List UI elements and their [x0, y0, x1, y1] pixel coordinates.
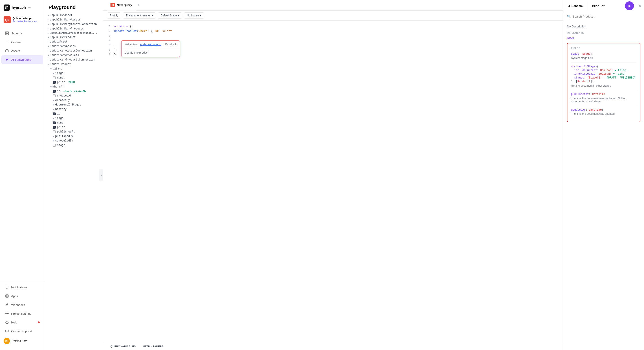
- help-label: Help: [11, 321, 17, 324]
- list-item[interactable]: price: [45, 125, 103, 130]
- api-icon: [5, 58, 9, 62]
- app-logo: hygraph ···: [0, 0, 45, 15]
- list-item[interactable]: ▶createdBy: [45, 98, 103, 103]
- tab-new-query[interactable]: M New Query: [107, 0, 136, 10]
- field-desc: The time the document was published. Nul…: [571, 97, 636, 103]
- list-item[interactable]: ▶publishedBy: [45, 134, 103, 138]
- tab-add-button[interactable]: +: [136, 0, 142, 10]
- run-query-button[interactable]: [625, 1, 634, 10]
- tab-query-variables[interactable]: QUERY VARIABLES: [107, 342, 140, 350]
- prettify-button[interactable]: Prettify: [107, 12, 121, 19]
- svg-rect-7: [6, 295, 7, 296]
- sidebar-item-assets[interactable]: Assets: [1, 47, 43, 55]
- list-item[interactable]: ▶unpublishManyProducts: [45, 27, 103, 31]
- grid-icon: [5, 294, 9, 298]
- autocomplete-item-1[interactable]: Mutation.updateProduct: Product: [122, 41, 180, 49]
- field-desc: System stage field: [571, 57, 636, 60]
- autocomplete-item-2[interactable]: Update one product: [122, 49, 180, 57]
- sidebar-item-notifications[interactable]: Notifications: [1, 283, 43, 291]
- support-icon: [5, 329, 9, 333]
- assets-icon: [5, 49, 9, 53]
- project-avatar: Qu: [4, 16, 11, 23]
- list-item[interactable]: ▶documentInStages: [45, 103, 103, 107]
- list-item[interactable]: publishedAt: [45, 130, 103, 134]
- list-item[interactable]: id: [45, 112, 103, 116]
- list-item[interactable]: createdAt: [45, 94, 103, 98]
- user-name: Romina Soto: [12, 339, 27, 342]
- sidebar-item-webhooks[interactable]: Webhooks: [1, 300, 43, 309]
- node-link[interactable]: Node: [567, 36, 574, 39]
- sidebar-item-content[interactable]: Content: [1, 38, 43, 46]
- list-item[interactable]: ▶unpublishManyAssets: [45, 18, 103, 22]
- list-item[interactable]: ▶image: [45, 116, 103, 121]
- svg-rect-3: [6, 34, 7, 35]
- explorer-title: Playground: [45, 0, 103, 13]
- tab-bar: M New Query +: [103, 0, 563, 11]
- code-line: 2 updateProduct(where: { id: 'clorf: [107, 29, 560, 34]
- autocomplete-link[interactable]: updateProduct: [140, 43, 161, 47]
- sidebar-item-api-playground[interactable]: API playground: [1, 55, 43, 64]
- field-row-documentInStages: documentInStages( includeCurrent: Boolea…: [571, 65, 636, 87]
- schema-tab[interactable]: ◀ Schema: [564, 2, 588, 10]
- sidebar-item-schema[interactable]: Schema: [1, 29, 43, 38]
- list-item[interactable]: ▶history: [45, 107, 103, 112]
- list-item[interactable]: ▶updateAsset: [45, 40, 103, 44]
- code-editor[interactable]: 1 mutation { 2 updateProduct(where: { id…: [103, 21, 563, 342]
- implements-section-title: IMPLEMENTS: [567, 32, 640, 34]
- locale-selector[interactable]: No Locale ▾: [184, 12, 204, 19]
- schema-tab-label: Schema: [572, 4, 583, 8]
- collapse-explorer-btn[interactable]: «: [99, 169, 103, 181]
- sidebar-item-contact-support[interactable]: Contact support: [1, 327, 43, 335]
- project-info: Quickstarter pr... Master Environment: [12, 17, 38, 23]
- project-selector[interactable]: Qu Quickstarter pr... Master Environment: [0, 15, 45, 27]
- sidebar-item-help[interactable]: Help: [1, 318, 43, 327]
- project-name: Quickstarter pr...: [12, 17, 38, 20]
- environment-selector[interactable]: Environment: master ▾: [123, 12, 156, 19]
- tab-http-headers[interactable]: HTTP HEADERS: [140, 342, 167, 350]
- bell-icon: [5, 285, 9, 289]
- apps-label: Apps: [11, 294, 18, 298]
- list-item[interactable]: ▶updateManyAssetsConnection: [45, 49, 103, 53]
- list-item[interactable]: price: 2000: [45, 80, 103, 85]
- sidebar-item-project-settings[interactable]: Project settings: [1, 309, 43, 318]
- content-icon: [5, 40, 9, 44]
- list-item[interactable]: ▶scheduledIn: [45, 138, 103, 143]
- fields-title: FIELDS: [571, 47, 636, 50]
- schema-search-input[interactable]: [572, 15, 640, 18]
- list-item[interactable]: ▶updateManyAssets: [45, 44, 103, 49]
- svg-point-12: [7, 304, 8, 305]
- stage-selector[interactable]: Default Stage ▾: [158, 12, 182, 19]
- schema-search: 🔍: [564, 12, 644, 21]
- help-badge: [38, 321, 40, 323]
- list-item[interactable]: ▼where*:: [45, 85, 103, 89]
- user-profile[interactable]: RS Romina Soto: [0, 335, 45, 346]
- tab-icon: M: [110, 3, 115, 7]
- list-item[interactable]: name:: [45, 76, 103, 80]
- sidebar-item-label: Schema: [11, 32, 22, 35]
- app-name: hygraph: [12, 6, 26, 10]
- list-item[interactable]: ▶unpublishManyAssetsConnection: [45, 22, 103, 27]
- sidebar-item-apps[interactable]: Apps: [1, 292, 43, 300]
- list-item[interactable]: ▶updateManyProductsConnection: [45, 58, 103, 62]
- main-area: M New Query + Prettify Environment: mast…: [103, 0, 563, 350]
- autocomplete-prefix: Mutation.: [124, 43, 139, 47]
- autocomplete-popup: Mutation.updateProduct: Product Update o…: [121, 41, 180, 57]
- list-item[interactable]: ▶image:: [45, 71, 103, 76]
- help-icon: [5, 320, 9, 324]
- field-desc: The time the document was updated: [571, 112, 636, 115]
- no-description-text: No Description: [567, 25, 640, 28]
- list-item[interactable]: ▶unpublishAsset: [45, 13, 103, 18]
- list-item[interactable]: ▶unpublishProduct: [45, 35, 103, 40]
- list-item[interactable]: stage: [45, 143, 103, 147]
- list-item[interactable]: name: [45, 121, 103, 125]
- schema-close-button[interactable]: ✕: [636, 2, 644, 10]
- list-item[interactable]: id: clorfitr9c4xv0b: [45, 89, 103, 94]
- contact-support-label: Contact support: [11, 329, 32, 333]
- svg-point-16: [7, 323, 7, 323]
- svg-point-14: [6, 313, 8, 314]
- svg-point-13: [7, 305, 8, 306]
- list-item[interactable]: ▶unpublishManyProductsConnecti...: [45, 31, 103, 35]
- list-item[interactable]: ▼updateProduct: [45, 62, 103, 67]
- list-item[interactable]: ▼data*:: [45, 67, 103, 71]
- list-item[interactable]: ▶updateManyProducts: [45, 53, 103, 58]
